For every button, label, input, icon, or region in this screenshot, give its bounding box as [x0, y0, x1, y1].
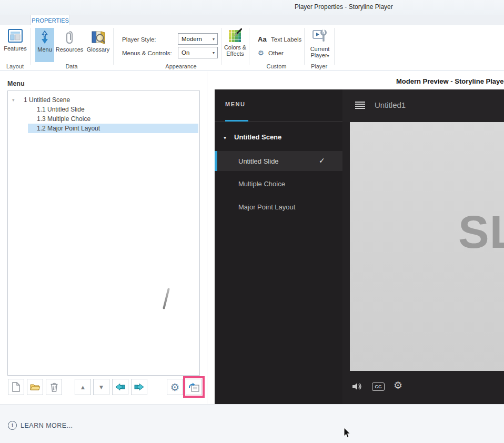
player-bottombar: CC ⚙ [342, 371, 504, 404]
glossary-books-icon [91, 37, 106, 46]
glossary-label: Glossary [84, 46, 113, 53]
features-label: Features [2, 45, 28, 52]
menu-panel-title: Menu [7, 80, 25, 87]
menu-tree: ▾ 1 Untitled Scene 1.1 Untitled Slide 1.… [7, 90, 200, 376]
window-titlebar: Player Properties - Storyline Player [0, 0, 504, 15]
text-labels-button[interactable]: Aa Text Labels [258, 34, 301, 44]
current-player-label-line1: Current [308, 46, 332, 52]
color-swatches-icon [228, 35, 242, 44]
footer: i LEARN MORE... [0, 404, 504, 443]
paperclip-icon [65, 37, 74, 46]
menu-options-button[interactable]: ⚙ [167, 379, 183, 395]
window-title: Player Properties - Storyline Player [295, 3, 393, 11]
player-group-label: Player [304, 63, 334, 69]
current-player-button[interactable]: Current Player▾ [308, 28, 332, 59]
delete-button[interactable] [46, 379, 62, 395]
group-divider [113, 28, 114, 65]
chevron-down-icon: ▾ [327, 54, 329, 58]
player-style-value: Modern [182, 36, 202, 42]
colors-effects-label-line1: Colors & [222, 44, 248, 51]
menu-tab-underline [225, 120, 248, 122]
learn-more-link[interactable]: i LEARN MORE... [8, 421, 73, 430]
ribbon-tab-row: PROPERTIES [0, 15, 504, 25]
current-player-label-line2: Player [310, 52, 327, 58]
gear-icon: ⚙ [258, 49, 264, 57]
layout-group-label: Layout [0, 63, 30, 69]
player-style-dropdown[interactable]: Modern ▾ [178, 33, 218, 45]
group-divider [30, 28, 31, 65]
reset-slide-icon [188, 382, 199, 392]
tree-item-major-point-layout[interactable]: 1.2 Major Point Layout [8, 124, 199, 133]
appearance-group-label: Appearance [113, 63, 249, 69]
triangle-up-icon: ▲ [81, 385, 85, 390]
chevron-down-icon: ▾ [213, 51, 215, 55]
panel-divider [207, 72, 207, 404]
triangle-down-icon: ▼ [99, 385, 103, 390]
player-style-label: Player Style: [122, 36, 156, 43]
resources-label: Resources [55, 46, 84, 53]
preview-player: Untitled1 SL CC ⚙ [342, 89, 504, 404]
arrow-left-icon [115, 383, 125, 391]
chevron-down-icon: ▾ [213, 37, 215, 42]
preview-item-major-point-layout[interactable]: Major Point Layout [215, 197, 342, 217]
colors-effects-button[interactable]: Colors & Effects [222, 28, 248, 57]
tree-item-scene[interactable]: ▾ 1 Untitled Scene [8, 95, 199, 105]
other-button[interactable]: ⚙ Other [258, 48, 284, 57]
hamburger-icon[interactable] [355, 102, 365, 110]
check-icon: ✓ [319, 156, 325, 165]
preview-item-untitled-slide[interactable]: Untitled Slide ✓ [215, 151, 342, 171]
current-player-icon [312, 36, 328, 45]
glossary-button[interactable]: Glossary [84, 28, 113, 53]
open-folder-icon [30, 383, 41, 391]
colors-effects-label-line2: Effects [222, 51, 248, 57]
preview-menu-tab[interactable]: MENU [225, 101, 245, 107]
arrow-right-icon [134, 383, 144, 391]
open-button[interactable] [27, 379, 43, 395]
new-page-icon [12, 382, 20, 392]
move-down-button[interactable]: ▼ [93, 379, 109, 395]
group-divider [304, 28, 305, 65]
data-group-label: Data [30, 63, 113, 69]
caret-down-icon: ▾ [224, 135, 226, 140]
menus-controls-value: On [182, 49, 189, 56]
aa-icon: Aa [258, 35, 267, 43]
menus-controls-label: Menus & Controls: [122, 50, 172, 56]
closed-captions-icon[interactable]: CC [372, 382, 385, 391]
tab-properties[interactable]: PROPERTIES [31, 15, 70, 25]
menu-button[interactable]: Menu [35, 28, 54, 62]
gear-icon: ⚙ [170, 382, 180, 392]
preview-sidebar: MENU ▾ Untitled Scene Untitled Slide ✓ M… [215, 89, 342, 404]
group-divider [249, 28, 249, 65]
preview-item-multiple-choice[interactable]: Multiple Choice [215, 174, 342, 194]
trash-icon [50, 382, 58, 392]
player-preview: MENU ▾ Untitled Scene Untitled Slide ✓ M… [215, 89, 504, 404]
tree-item-multiple-choice[interactable]: 1.3 Multiple Choice [8, 114, 199, 124]
settings-gear-icon[interactable]: ⚙ [394, 380, 402, 390]
text-labels-label: Text Labels [271, 36, 301, 43]
demote-button[interactable] [131, 379, 147, 395]
promote-button[interactable] [112, 379, 128, 395]
tree-item-untitled-slide[interactable]: 1.1 Untitled Slide [8, 105, 199, 114]
volume-icon[interactable] [352, 382, 362, 393]
features-button[interactable]: Features [2, 28, 28, 52]
menu-reorder-icon [39, 37, 50, 46]
player-topbar: Untitled1 [342, 89, 504, 122]
info-icon: i [8, 421, 17, 430]
slide-placeholder-text: SL [458, 205, 504, 259]
ribbon: Features Layout Menu Resources Glossary … [0, 25, 504, 71]
move-up-button[interactable]: ▲ [75, 379, 91, 395]
resources-button[interactable]: Resources [55, 28, 84, 53]
slide-title: Untitled1 [375, 100, 406, 109]
player-properties-window: Player Properties - Storyline Player PRO… [0, 0, 504, 443]
other-label: Other [268, 50, 284, 56]
slide-stage: SL [350, 122, 504, 371]
preview-title: Modern Preview - Storyline Player [396, 77, 504, 85]
new-item-button[interactable] [8, 379, 24, 395]
preview-scene-row[interactable]: ▾ Untitled Scene [215, 132, 342, 148]
menus-controls-dropdown[interactable]: On ▾ [178, 47, 218, 58]
custom-group-label: Custom [249, 63, 304, 69]
collapse-triangle-icon[interactable]: ▾ [12, 95, 15, 105]
group-divider [334, 28, 335, 65]
features-icon [7, 36, 23, 45]
reset-from-story-button[interactable] [186, 379, 202, 395]
